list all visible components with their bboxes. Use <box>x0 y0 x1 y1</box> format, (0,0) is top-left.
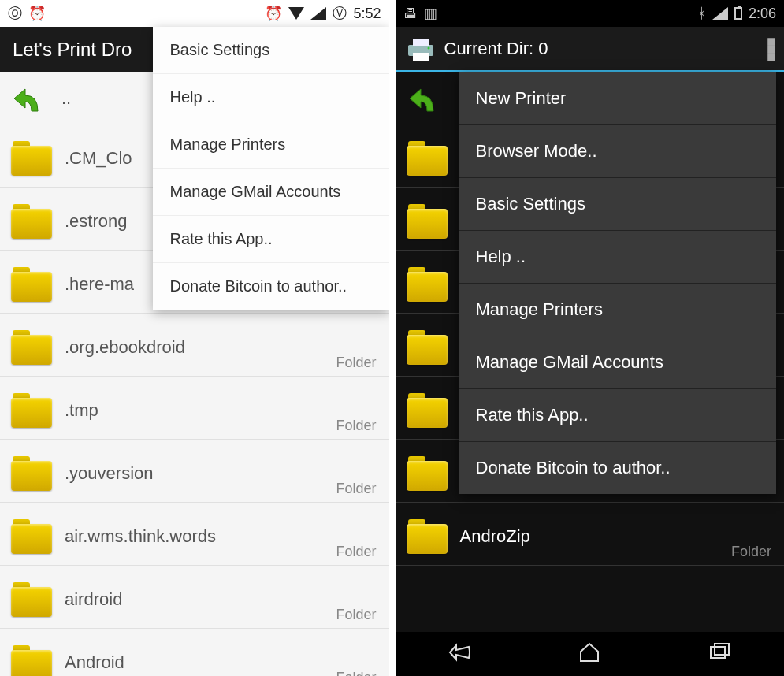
menu-item[interactable]: Manage Printers <box>153 121 389 169</box>
home-button[interactable] <box>576 639 603 669</box>
menu-item[interactable]: Basic Settings <box>153 27 389 74</box>
bluetooth-icon: ᚼ <box>697 6 706 22</box>
menu-item[interactable]: Manage GMail Accounts <box>153 169 389 216</box>
folder-name: Android <box>65 652 124 673</box>
phone-right: 🖶 ▥ ᚼ 2:06 Current Dir: 0 ■■■ AndroidFol… <box>392 0 785 676</box>
folder-icon <box>407 204 448 239</box>
folder-type-label: Folder <box>336 355 376 371</box>
up-label: .. <box>61 88 71 109</box>
folder-icon <box>11 141 52 176</box>
overflow-menu: Basic SettingsHelp ..Manage PrintersMana… <box>153 27 389 310</box>
status-right-icons: ᚼ 2:06 <box>697 6 776 22</box>
folder-icon <box>11 582 52 617</box>
folder-name: air.wms.think.words <box>65 526 216 547</box>
recents-button[interactable] <box>706 639 733 669</box>
folder-icon <box>407 456 448 491</box>
battery-icon <box>734 7 742 20</box>
up-arrow-icon <box>11 80 49 117</box>
folder-icon <box>407 267 448 302</box>
folder-row[interactable]: AndroidFolder <box>0 629 389 676</box>
status-left-icons: ⓞ ⏰ <box>8 4 46 23</box>
back-button[interactable] <box>447 639 474 669</box>
folder-icon <box>11 330 52 365</box>
menu-item[interactable]: Basic Settings <box>459 178 777 231</box>
alarm-icon: ⏰ <box>28 5 46 22</box>
folder-icon <box>407 141 448 176</box>
overflow-menu: New PrinterBrowser Mode..Basic SettingsH… <box>459 72 777 494</box>
menu-item[interactable]: Manage GMail Accounts <box>459 336 777 389</box>
folder-type-label: Folder <box>336 418 376 434</box>
menu-item[interactable]: Donate Bitcoin to author.. <box>459 442 777 494</box>
folder-name: AndroZip <box>460 526 530 547</box>
svg-rect-4 <box>711 647 725 658</box>
svg-point-3 <box>427 46 429 49</box>
folder-icon <box>11 519 52 554</box>
status-bar: 🖶 ▥ ᚼ 2:06 <box>396 0 785 27</box>
vpn-icon: Ⓥ <box>333 4 347 23</box>
folder-row[interactable]: air.wms.think.wordsFolder <box>0 503 389 566</box>
folder-row[interactable]: .org.ebookdroidFolder <box>0 314 389 377</box>
svg-rect-5 <box>715 644 729 655</box>
folder-name: .tmp <box>65 400 98 421</box>
app-title: Current Dir: 0 <box>444 39 548 59</box>
menu-item[interactable]: Help .. <box>459 231 777 284</box>
folder-type-label: Folder <box>336 670 376 676</box>
svg-rect-2 <box>413 53 429 61</box>
folder-type-label: Folder <box>336 481 376 497</box>
folder-icon <box>11 456 52 491</box>
overflow-button[interactable]: ■■■ <box>767 37 775 61</box>
status-right-icons: ⏰ Ⓥ 5:52 <box>265 4 381 23</box>
phone-left: ⓞ ⏰ ⏰ Ⓥ 5:52 Let's Print Dro .. .CM_Clo.… <box>0 0 392 676</box>
menu-item[interactable]: Rate this App.. <box>459 389 777 442</box>
folder-row[interactable]: .tmpFolder <box>0 377 389 440</box>
clock-text: 5:52 <box>353 6 381 22</box>
up-arrow-icon <box>407 80 444 117</box>
notification-icon: ⓞ <box>8 4 22 23</box>
folder-icon <box>407 393 448 428</box>
folder-row[interactable]: .youversionFolder <box>0 440 389 503</box>
alarm-icon: ⏰ <box>265 5 282 22</box>
menu-item[interactable]: Help .. <box>153 74 389 121</box>
menu-item[interactable]: Donate Bitcoin to author.. <box>153 263 389 310</box>
folder-name: airdroid <box>65 589 122 610</box>
print-icon: 🖶 <box>403 6 418 22</box>
menu-item[interactable]: New Printer <box>459 72 777 125</box>
folder-type-label: Folder <box>731 544 771 560</box>
folder-row[interactable]: AndroZipFolder <box>396 503 785 566</box>
cell-signal-icon <box>712 7 728 20</box>
folder-name: .here-ma <box>65 274 134 295</box>
status-left-icons: 🖶 ▥ <box>403 5 437 22</box>
app-title: Let's Print Dro <box>13 39 132 61</box>
folder-type-label: Folder <box>336 607 376 623</box>
folder-icon <box>11 267 52 302</box>
menu-item[interactable]: Browser Mode.. <box>459 125 777 178</box>
menu-item[interactable]: Manage Printers <box>459 284 777 336</box>
folder-icon <box>11 204 52 239</box>
grid-icon: ▥ <box>424 5 437 22</box>
menu-item[interactable]: Rate this App.. <box>153 216 389 263</box>
folder-row[interactable]: airdroidFolder <box>0 566 389 629</box>
folder-icon <box>11 393 52 428</box>
printer-icon <box>405 35 437 62</box>
folder-name: .estrong <box>65 211 128 232</box>
folder-name: .CM_Clo <box>65 148 132 169</box>
app-bar: Current Dir: 0 ■■■ <box>396 27 785 72</box>
svg-rect-1 <box>413 39 429 46</box>
folder-icon <box>407 519 448 554</box>
folder-icon <box>11 645 52 677</box>
folder-name: .youversion <box>65 463 154 484</box>
folder-type-label: Folder <box>336 544 376 560</box>
cell-signal-icon <box>310 7 326 20</box>
folder-icon <box>407 330 448 365</box>
wifi-icon <box>288 7 304 20</box>
nav-bar <box>396 632 785 676</box>
status-bar: ⓞ ⏰ ⏰ Ⓥ 5:52 <box>0 0 389 27</box>
clock-text: 2:06 <box>749 6 776 22</box>
folder-name: .org.ebookdroid <box>65 337 185 358</box>
